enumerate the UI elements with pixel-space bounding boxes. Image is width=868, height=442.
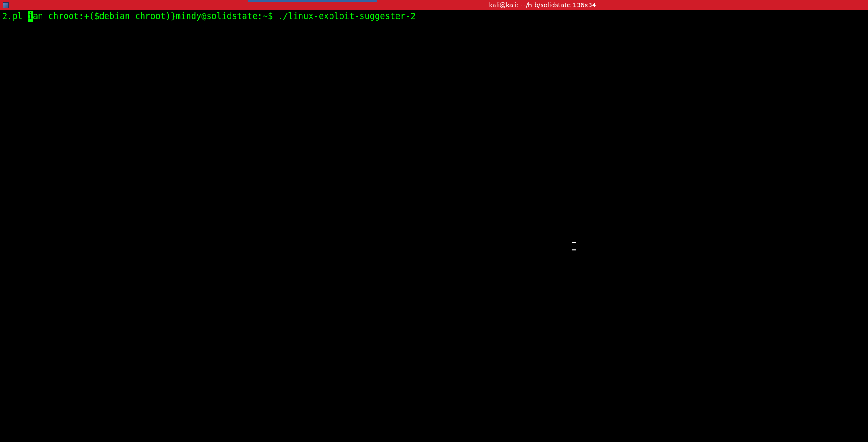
title-bar[interactable]: kali@kali: ~/htb/solidstate 136x34 (0, 0, 868, 10)
title-bar-tab-indicator (248, 0, 377, 2)
terminal-line: 2.pl ian_chroot:+($debian_chroot)}mindy@… (2, 11, 868, 22)
prompt-text: an_chroot:+($debian_chroot)}mindy@solids… (33, 11, 416, 22)
prompt-prefix: 2.pl (2, 11, 28, 22)
window-menu-icon[interactable] (2, 2, 9, 9)
terminal-window: kali@kali: ~/htb/solidstate 136x34 2.pl … (0, 0, 868, 442)
mouse-text-cursor (574, 242, 575, 250)
terminal-cursor: i (28, 11, 33, 22)
window-title: kali@kali: ~/htb/solidstate 136x34 (489, 1, 596, 9)
terminal-content[interactable]: 2.pl ian_chroot:+($debian_chroot)}mindy@… (0, 10, 868, 442)
